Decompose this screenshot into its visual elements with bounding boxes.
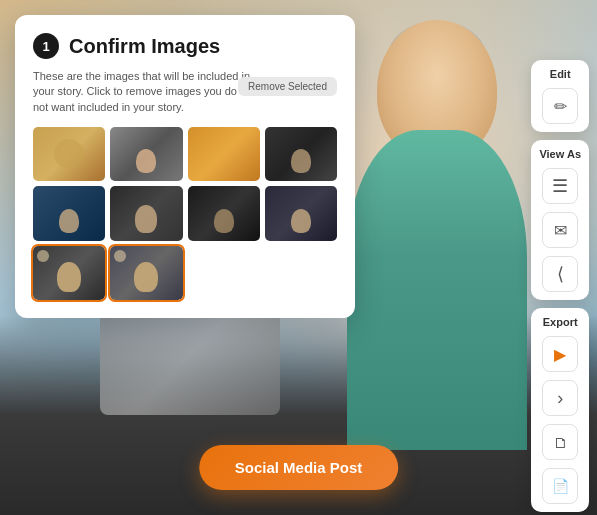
sidebar-viewas-label: View As <box>539 148 581 160</box>
email-icon: ✉ <box>554 221 567 240</box>
view-list-button[interactable]: ☰ <box>542 168 578 204</box>
confirm-images-card: 1 Confirm Images These are the images th… <box>15 15 355 318</box>
image-thumb-9[interactable] <box>33 246 105 300</box>
image-thumb-8[interactable] <box>265 186 337 240</box>
social-media-post-button[interactable]: Social Media Post <box>199 445 399 490</box>
edit-icon: ✏ <box>554 97 567 116</box>
image-thumb-1[interactable] <box>33 127 105 181</box>
sidebar-viewas-section: View As ☰ ✉ ⟨ <box>531 140 589 300</box>
pdf-icon: 📄 <box>552 478 569 494</box>
doc-icon: 🗋 <box>553 434 568 451</box>
image-thumb-6[interactable] <box>110 186 182 240</box>
image-thumb-7[interactable] <box>188 186 260 240</box>
image-thumb-2[interactable] <box>110 127 182 181</box>
card-title: Confirm Images <box>69 35 220 58</box>
share-icon: ⟨ <box>557 263 564 285</box>
play-icon: ▶ <box>554 345 566 364</box>
remove-selected-button[interactable]: Remove Selected <box>238 77 337 96</box>
images-grid <box>33 127 337 300</box>
card-description: These are the images that will be includ… <box>33 69 253 115</box>
export-pdf-button[interactable]: 📄 <box>542 468 578 504</box>
step-badge: 1 <box>33 33 59 59</box>
export-chevron-button[interactable]: › <box>542 380 578 416</box>
step-number: 1 <box>42 39 49 54</box>
chevron-right-icon: › <box>557 388 563 409</box>
edit-button[interactable]: ✏ <box>542 88 578 124</box>
view-email-button[interactable]: ✉ <box>542 212 578 248</box>
export-play-button[interactable]: ▶ <box>542 336 578 372</box>
sidebar-edit-section: Edit ✏ <box>531 60 589 132</box>
woman-silhouette <box>337 20 537 440</box>
image-thumb-4[interactable] <box>265 127 337 181</box>
sidebar-edit-label: Edit <box>550 68 571 80</box>
image-thumb-10[interactable] <box>110 246 182 300</box>
export-doc-button[interactable]: 🗋 <box>542 424 578 460</box>
list-icon: ☰ <box>552 175 568 197</box>
image-thumb-5[interactable] <box>33 186 105 240</box>
card-header: 1 Confirm Images <box>33 33 337 59</box>
view-share-button[interactable]: ⟨ <box>542 256 578 292</box>
right-sidebar: Edit ✏ View As ☰ ✉ ⟨ Export ▶ › 🗋 📄 <box>531 60 589 512</box>
woman-body <box>347 130 527 450</box>
image-thumb-3[interactable] <box>188 127 260 181</box>
sidebar-export-section: Export ▶ › 🗋 📄 <box>531 308 589 512</box>
sidebar-export-label: Export <box>543 316 578 328</box>
